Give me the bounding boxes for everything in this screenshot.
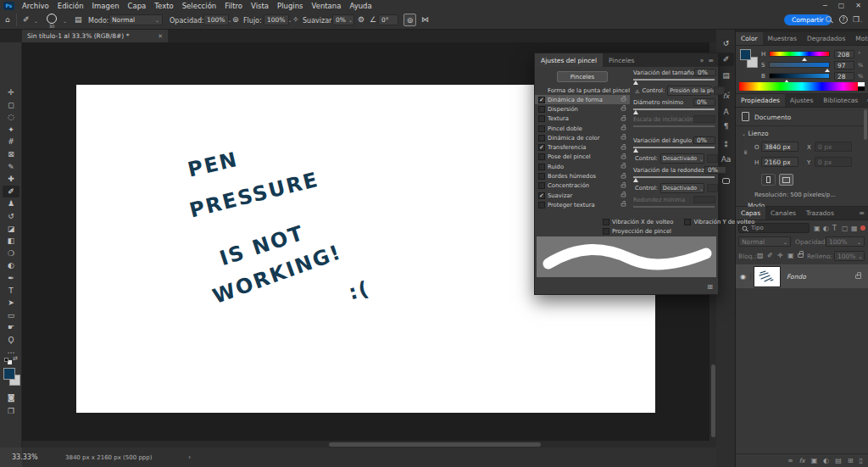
status-popup-icon[interactable]: ›: [188, 453, 191, 461]
tab-ajustes[interactable]: Ajustes: [785, 94, 818, 107]
menu-ayuda[interactable]: Ayuda: [349, 2, 371, 10]
layer-thumbnail[interactable]: [754, 267, 780, 286]
close-button[interactable]: ✕: [855, 2, 861, 9]
swap-colors-icon[interactable]: ⇄: [13, 355, 18, 362]
opacity-field[interactable]: 100%⌄: [203, 14, 229, 25]
size-jitter-slider[interactable]: [633, 78, 715, 85]
dodge-tool-icon[interactable]: ◐: [3, 259, 19, 271]
smoothing-field[interactable]: 0%⌄: [332, 14, 354, 25]
dynamics-pincel-doble[interactable]: Pincel doble: [535, 124, 630, 133]
tab-motivos[interactable]: Motivos: [850, 32, 868, 45]
dynamics-checkbox[interactable]: [538, 97, 545, 103]
help-icon[interactable]: ?: [839, 15, 848, 24]
collapse-panel-icon[interactable]: »: [699, 57, 704, 64]
foreground-color-swatch[interactable]: [3, 368, 15, 380]
new-group-icon[interactable]: ▤: [835, 457, 842, 464]
filter-adjustment-layers-icon[interactable]: ◐: [823, 225, 829, 232]
dynamics-textura[interactable]: Textura: [535, 114, 630, 124]
new-brush-icon[interactable]: ⊞: [707, 283, 713, 291]
orientation-landscape-button[interactable]: [779, 174, 793, 186]
lasso-tool-icon[interactable]: ◌: [3, 111, 19, 123]
black-swatch[interactable]: [858, 86, 865, 91]
panel-menu-icon[interactable]: ≡: [863, 94, 868, 107]
zoom-level[interactable]: 33.33%: [12, 453, 38, 461]
panel-menu-icon[interactable]: ≡: [855, 207, 868, 220]
angle-jitter-slider[interactable]: [633, 146, 715, 153]
roundness-control-select[interactable]: Desactivado⌄: [660, 183, 704, 193]
orientation-portrait-button[interactable]: [761, 174, 776, 186]
tab-trazados[interactable]: Trazados: [801, 207, 839, 220]
add-mask-icon[interactable]: ▣: [811, 457, 818, 464]
dynamics-transferencia[interactable]: Transferencia: [535, 142, 630, 152]
lock-all-icon[interactable]: [798, 252, 804, 259]
marquee-tool-icon[interactable]: ◻: [3, 99, 19, 111]
paragraph-panel-icon[interactable]: ¶: [718, 120, 734, 133]
dynamics-dinamica-de-color[interactable]: Dinámica de color: [535, 133, 630, 142]
lock-icon[interactable]: [621, 175, 626, 178]
layer-opacity-field[interactable]: 100%⌄: [826, 236, 865, 247]
panel-menu-icon[interactable]: ≡: [708, 57, 714, 64]
flip-y-checkbox[interactable]: [684, 219, 691, 225]
lock-icon[interactable]: [621, 108, 626, 111]
roundness-jitter-slider[interactable]: [633, 175, 715, 182]
b-value-field[interactable]: 28: [834, 72, 854, 81]
tab-color[interactable]: Color: [736, 32, 763, 45]
airbrush-icon[interactable]: ✧: [292, 15, 299, 24]
crop-tool-icon[interactable]: #: [3, 136, 19, 147]
height-field[interactable]: 2160 px: [761, 157, 798, 167]
bri-slider[interactable]: [769, 73, 830, 79]
brush-tool-icon[interactable]: ✐: [3, 186, 19, 197]
brushes-panel-icon[interactable]: ▤: [718, 69, 734, 82]
dynamics-checkbox[interactable]: [538, 144, 545, 151]
minimize-button[interactable]: ─: [823, 2, 827, 9]
dynamics-dispersion[interactable]: Dispersión: [535, 104, 630, 114]
dynamics-checkbox[interactable]: [538, 202, 545, 208]
dynamics-checkbox[interactable]: [538, 153, 545, 160]
path-selection-tool-icon[interactable]: ➤: [3, 297, 19, 309]
h-value-field[interactable]: 208: [834, 50, 854, 58]
lock-position-icon[interactable]: ✛: [777, 252, 783, 259]
layer-name[interactable]: Fondo: [787, 273, 806, 281]
dynamics-concentracion[interactable]: Concentración: [535, 181, 630, 191]
layer-row[interactable]: ◉ Fondo: [736, 264, 868, 288]
character-panel-icon[interactable]: A: [718, 105, 734, 119]
dynamics-checkbox[interactable]: [538, 182, 545, 189]
symmetry-icon[interactable]: ⋈: [421, 15, 429, 24]
dynamics-checkbox[interactable]: [538, 192, 545, 199]
opacity-pressure-icon[interactable]: ⊚: [232, 15, 239, 24]
history-brush-tool-icon[interactable]: ↺: [3, 210, 19, 222]
panel-scrollbar-thumb[interactable]: [864, 109, 867, 140]
lock-transparency-icon[interactable]: ▨: [757, 252, 764, 259]
menu-texto[interactable]: Texto: [154, 2, 173, 10]
filter-shape-layers-icon[interactable]: ▢: [842, 225, 849, 232]
dynamics-checkbox[interactable]: [538, 125, 545, 132]
brush-tool-icon[interactable]: ✐: [23, 15, 30, 24]
dynamics-checkbox[interactable]: [538, 106, 545, 113]
filter-pixel-layers-icon[interactable]: ▣: [814, 225, 821, 232]
canvas-section-header[interactable]: ⌄ Lienzo: [742, 130, 769, 137]
eyedropper-tool-icon[interactable]: ✎: [3, 161, 19, 173]
menu-edicion[interactable]: Edición: [58, 2, 84, 10]
blur-tool-icon[interactable]: ❍: [3, 247, 19, 259]
sat-slider[interactable]: [769, 62, 830, 68]
eraser-tool-icon[interactable]: ◪: [3, 223, 19, 235]
menu-imagen[interactable]: Imagen: [92, 2, 120, 10]
workspace-icon[interactable]: ❐⌄: [853, 15, 863, 24]
quick-mask-icon[interactable]: ◙: [3, 392, 19, 403]
brush-settings-panel-icon[interactable]: ✐: [718, 53, 734, 66]
flip-x-checkbox[interactable]: [603, 219, 609, 225]
roundness-jitter-field[interactable]: 0%: [704, 166, 726, 174]
tab-propiedades[interactable]: Propiedades: [736, 94, 785, 107]
chevron-down-icon[interactable]: ⌄: [63, 18, 67, 24]
brush-tip-shape-item[interactable]: Forma de la punta del pincel: [535, 86, 630, 95]
menu-seleccion[interactable]: Selección: [182, 2, 217, 10]
character-styles-panel-icon[interactable]: Aa: [718, 153, 734, 166]
chevron-down-icon[interactable]: ⌄: [34, 18, 38, 24]
adjustment-layer-icon[interactable]: ◐: [823, 457, 829, 464]
menu-filtro[interactable]: Filtro: [225, 2, 242, 10]
lock-icon[interactable]: [621, 194, 626, 197]
move-tool-icon[interactable]: ✛: [3, 86, 19, 98]
brush-preview-icon[interactable]: [47, 14, 57, 24]
screen-mode-icon[interactable]: ❐: [3, 405, 19, 417]
blend-mode-select[interactable]: Normal⌄: [108, 14, 163, 25]
